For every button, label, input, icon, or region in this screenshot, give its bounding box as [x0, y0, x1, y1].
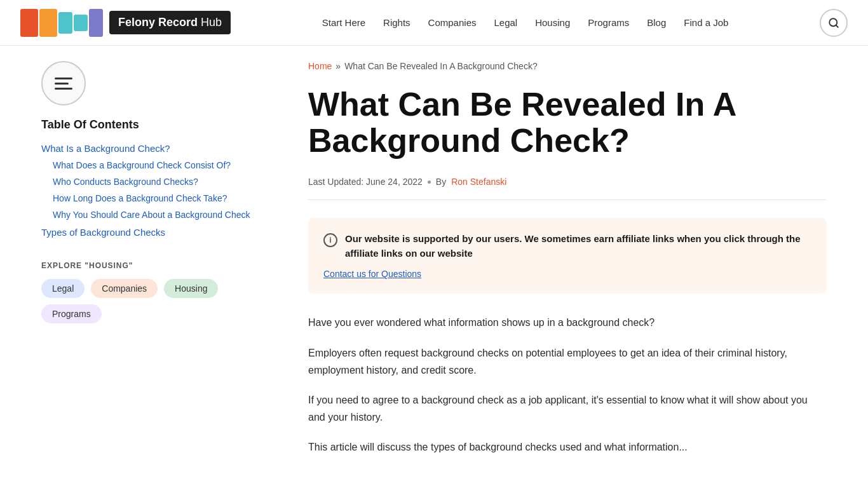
logo-text: Felony Record Hub — [109, 11, 231, 34]
logo-block-purple — [89, 9, 103, 37]
site-header: Felony Record Hub Start Here Rights Comp… — [0, 0, 868, 46]
article-meta: Last Updated: June 24, 2022 By Ron Stefa… — [308, 177, 827, 200]
info-icon: i — [323, 233, 337, 247]
breadcrumb-current: What Can Be Revealed In A Background Che… — [344, 61, 538, 71]
meta-date: Last Updated: June 24, 2022 — [308, 177, 423, 187]
nav-legal[interactable]: Legal — [494, 17, 517, 28]
nav-programs[interactable]: Programs — [588, 17, 629, 28]
explore-section: EXPLORE "HOUSING" Legal Companies Housin… — [41, 261, 283, 323]
search-button[interactable] — [820, 9, 848, 37]
logo-block-orange — [39, 9, 57, 37]
nav-rights[interactable]: Rights — [383, 17, 410, 28]
tag-group: Legal Companies Housing Programs — [41, 279, 283, 323]
affiliate-header: i Our website is supported by our users.… — [323, 232, 811, 261]
main-nav: Start Here Rights Companies Legal Housin… — [322, 17, 729, 28]
logo-block-teal-1 — [58, 12, 72, 34]
main-layout: Table Of Contents What Is a Background C… — [21, 46, 847, 484]
body-paragraph-3: If you need to agree to a background che… — [308, 391, 827, 426]
logo-regular: Hub — [198, 16, 222, 29]
nav-companies[interactable]: Companies — [428, 17, 477, 28]
meta-by: By — [436, 177, 446, 187]
toc-list: What Is a Background Check? What Does a … — [41, 143, 283, 238]
toc-sub-link-4[interactable]: Why You Should Care About a Background C… — [53, 210, 250, 220]
toc-title: Table Of Contents — [41, 118, 283, 132]
affiliate-box: i Our website is supported by our users.… — [308, 218, 827, 294]
toc-sub-link-3[interactable]: How Long Does a Background Check Take? — [53, 193, 227, 203]
body-paragraph-1: Have you ever wondered what information … — [308, 314, 827, 331]
article-body: Have you ever wondered what information … — [308, 314, 827, 456]
article-title: What Can Be Revealed In A Background Che… — [308, 86, 827, 159]
tag-companies[interactable]: Companies — [91, 279, 158, 298]
breadcrumb: Home » What Can Be Revealed In A Backgro… — [308, 61, 827, 71]
toc-sub-link-2[interactable]: Who Conducts Background Checks? — [53, 177, 198, 187]
meta-dot — [428, 180, 431, 184]
body-paragraph-2: Employers often request background check… — [308, 344, 827, 379]
main-content: Home » What Can Be Revealed In A Backgro… — [308, 61, 827, 469]
breadcrumb-separator: » — [336, 61, 341, 71]
toc-icon-line-3 — [55, 88, 72, 90]
nav-blog[interactable]: Blog — [647, 17, 666, 28]
toc-icon-wrap — [41, 61, 86, 105]
toc-icon-line-1 — [55, 78, 72, 79]
toc-sub-list: What Does a Background Check Consist Of?… — [41, 159, 283, 220]
toc-sub-item-3: How Long Does a Background Check Take? — [53, 193, 283, 204]
toc-sub-item-2: Who Conducts Background Checks? — [53, 176, 283, 187]
nav-find-a-job[interactable]: Find a Job — [684, 17, 728, 28]
affiliate-contact-link[interactable]: Contact us for Questions — [323, 269, 421, 279]
toc-item-2: Types of Background Checks — [41, 227, 283, 238]
logo-bold: Felony Record — [118, 16, 198, 29]
logo-block-teal-2 — [74, 15, 88, 31]
tag-legal[interactable]: Legal — [41, 279, 85, 298]
toc-sub-link-1[interactable]: What Does a Background Check Consist Of? — [53, 160, 231, 170]
search-icon — [828, 17, 839, 29]
meta-author[interactable]: Ron Stefanski — [451, 177, 506, 187]
toc-sub-item-4: Why You Should Care About a Background C… — [53, 209, 283, 220]
nav-start-here[interactable]: Start Here — [322, 17, 365, 28]
sidebar: Table Of Contents What Is a Background C… — [41, 61, 283, 469]
nav-housing[interactable]: Housing — [535, 17, 570, 28]
logo-block-red — [20, 9, 38, 37]
logo[interactable]: Felony Record Hub — [20, 9, 231, 37]
body-paragraph-4: This article will discuss the types of b… — [308, 438, 827, 456]
affiliate-text: Our website is supported by our users. W… — [345, 232, 811, 261]
toc-icon — [55, 78, 72, 90]
tag-programs[interactable]: Programs — [41, 304, 102, 323]
breadcrumb-home[interactable]: Home — [308, 61, 332, 71]
toc-link-1[interactable]: What Is a Background Check? — [41, 143, 170, 154]
explore-label: EXPLORE "HOUSING" — [41, 261, 283, 270]
toc-icon-line-2 — [55, 83, 69, 85]
toc-sub-item-1: What Does a Background Check Consist Of? — [53, 159, 283, 171]
svg-line-1 — [836, 25, 837, 27]
toc-item-1: What Is a Background Check? What Does a … — [41, 143, 283, 220]
toc-link-2[interactable]: Types of Background Checks — [41, 227, 165, 238]
tag-housing[interactable]: Housing — [164, 279, 218, 298]
logo-blocks — [20, 9, 103, 37]
